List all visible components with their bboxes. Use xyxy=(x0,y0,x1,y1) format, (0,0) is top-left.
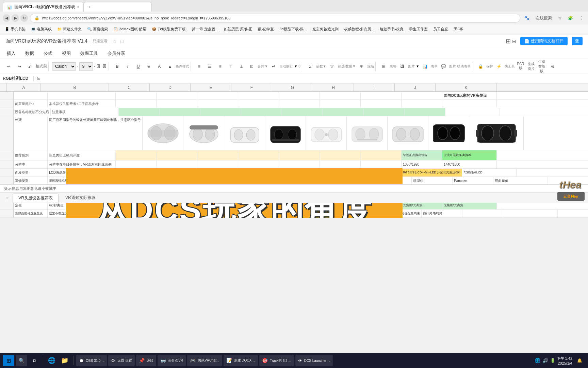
cell-6d[interactable] xyxy=(157,160,197,168)
taskbar-app-settings[interactable]: ⚙ 设置 设置 xyxy=(108,355,135,366)
view-toggle-icon[interactable]: ⊞ xyxy=(506,37,511,45)
cell-3b[interactable]: 注意事项 xyxy=(51,108,119,116)
align-top-btn[interactable]: ⊤ xyxy=(226,62,235,71)
align-right-btn[interactable]: ≡ xyxy=(215,62,225,71)
address-bar[interactable]: 🔒 https://docs.qq.com/sheet/DVnhrdEVyZWx… xyxy=(30,14,520,22)
cell-2h[interactable] xyxy=(320,100,361,108)
cell-2f[interactable] xyxy=(238,100,279,108)
cell-3f[interactable] xyxy=(241,108,282,116)
cell-1e[interactable] xyxy=(197,92,238,99)
cell-1a[interactable] xyxy=(14,92,48,99)
bookmark-san[interactable]: 散-亿学宝 xyxy=(256,26,276,32)
taskbar-app-buyvr[interactable]: 🥽 买什么VR xyxy=(158,355,186,366)
font-size-select[interactable]: 9 xyxy=(79,62,93,71)
align-middle-btn[interactable]: ⊥ xyxy=(236,62,246,71)
cell-5h[interactable] xyxy=(320,150,361,160)
back-button[interactable]: ◀ xyxy=(3,14,10,22)
menu-view[interactable]: 视图 xyxy=(61,50,72,57)
open-tencent-btn[interactable]: 📄 使用腾讯文档打开 xyxy=(520,37,568,45)
bookmark-3d-dl[interactable]: 3d模型下载-偶... xyxy=(277,26,309,32)
strikethrough-btn[interactable]: S̶ xyxy=(144,62,153,71)
image-dropdown[interactable]: ▼ xyxy=(416,64,419,68)
star-icon[interactable]: ☆ xyxy=(113,39,117,44)
cell-8a[interactable]: 透镜类型 xyxy=(14,177,48,185)
cell-4f[interactable] xyxy=(265,116,306,150)
bookmark-auth[interactable]: 权威教程-多次历... xyxy=(342,26,377,32)
taskbar-app-required[interactable]: 📌 必须 xyxy=(136,355,156,366)
cell-3k[interactable] xyxy=(445,108,500,116)
cell-1g[interactable] xyxy=(279,92,320,99)
freeze-btn[interactable]: ❄ xyxy=(357,62,366,71)
cell-6i[interactable] xyxy=(361,160,402,168)
cell-8k[interactable]: 双曲差值 xyxy=(493,177,548,185)
new-tab-btn[interactable]: + xyxy=(84,2,152,12)
cell-2i[interactable] xyxy=(361,100,402,108)
extensions-icon[interactable]: 🧩 xyxy=(566,15,575,21)
insert-image-btn[interactable]: 🖼 xyxy=(397,62,407,71)
cell-3i[interactable] xyxy=(364,108,405,116)
cell-12k[interactable] xyxy=(503,210,558,217)
cell-4b[interactable]: 同厂商不同型号的设备外观差差可能因此制作，注意区分型号 xyxy=(48,116,143,150)
cell-5b[interactable]: 新鱼类出上级别评度 xyxy=(48,150,116,160)
cell-5a[interactable]: 推荐级别 xyxy=(14,150,48,160)
cell-3d[interactable] xyxy=(160,108,200,116)
cell-7k[interactable]: RGB排列LCD xyxy=(462,169,517,177)
cell-4g[interactable] xyxy=(306,116,347,150)
cell-4h[interactable] xyxy=(347,116,388,150)
undo-btn[interactable]: ↩ xyxy=(4,62,14,71)
menu-member-share[interactable]: 会员分享 xyxy=(106,50,127,57)
cell-5e[interactable] xyxy=(197,150,238,160)
active-tab[interactable]: 📊 面向VRChat玩家的VR设备推荐表 × xyxy=(3,2,84,12)
cell-5d[interactable] xyxy=(157,150,197,160)
cell-8i[interactable]: 菲涅尔 xyxy=(412,177,453,185)
cell-12i[interactable]: 前计局 略约局 xyxy=(422,210,462,217)
cell-1d[interactable] xyxy=(157,92,197,99)
comment-btn[interactable]: 💬 xyxy=(439,62,448,71)
sheet-tab-vr-notify[interactable]: VR通知实际推荐 xyxy=(60,194,101,202)
cell-3h[interactable] xyxy=(323,108,364,116)
paint-format-btn[interactable]: 🖌 xyxy=(25,62,35,71)
cell-6e[interactable] xyxy=(197,160,238,168)
cell-6f[interactable] xyxy=(238,160,279,168)
underline-btn[interactable]: U xyxy=(133,62,143,71)
cell-6g[interactable] xyxy=(279,160,320,168)
taskbar-app-obs[interactable]: ⏺ OBS 31.0 ... xyxy=(76,355,107,366)
cell-1i[interactable] xyxy=(361,92,402,99)
quick-tools-btn[interactable]: ⚡ xyxy=(494,62,504,71)
notification-btn[interactable]: 🔔 xyxy=(574,355,585,366)
cell-5c[interactable] xyxy=(116,150,157,160)
bookmark-light[interactable]: 光忘何被遮光则 xyxy=(310,26,341,32)
cell-3g[interactable] xyxy=(282,108,323,116)
redo-btn[interactable]: ↪ xyxy=(15,62,24,71)
fill-color-btn[interactable]: ▲ xyxy=(165,62,175,71)
cell-2b[interactable]: 本推荐仅供消费者+二手商品参考 xyxy=(48,100,116,108)
cell-2a[interactable]: 前置量部分： xyxy=(14,100,48,108)
cell-1b[interactable] xyxy=(48,92,116,99)
cell-1f[interactable] xyxy=(238,92,279,99)
bookmark-ruen[interactable]: 如初恩恩 原版-图 xyxy=(222,26,255,32)
taskbar-clock[interactable]: 下午 1:42 2025/1/4 xyxy=(557,356,572,365)
cell-2e[interactable] xyxy=(197,100,238,108)
font-decrease-btn[interactable]: 田 xyxy=(102,63,107,70)
italic-btn[interactable]: I xyxy=(123,62,132,71)
taskbar-explorer-icon[interactable]: 📁 xyxy=(59,355,70,366)
bookmark-3d1[interactable]: 📋 3dMax图纸·贴层 xyxy=(111,26,148,32)
bold-btn[interactable]: B xyxy=(112,62,122,71)
add-sheet-btn[interactable]: + xyxy=(3,195,11,201)
cell-3a[interactable]: 设备名称按帧不分先后 xyxy=(14,108,51,116)
bookmark-hand[interactable]: 给差手书-改良 xyxy=(378,26,406,32)
menu-formula[interactable]: 公式 xyxy=(42,50,54,57)
cell-2k[interactable] xyxy=(442,100,497,108)
ai-gen-btn[interactable]: 生成页片 xyxy=(526,62,536,71)
taskbar-app-dcs[interactable]: ✈ DCS Launcher ... xyxy=(295,355,333,366)
menu-icon[interactable]: ⋮ xyxy=(577,15,585,21)
ai-smart-btn[interactable]: 生成智能版 xyxy=(537,62,546,71)
cell-5g[interactable] xyxy=(279,150,320,160)
cell-4c[interactable] xyxy=(143,116,183,150)
protect-btn[interactable]: 🔒 xyxy=(476,62,485,71)
insert-table-btn[interactable]: ⊞ xyxy=(379,62,389,71)
sum-btn[interactable]: Σ xyxy=(306,62,315,71)
menu-data[interactable]: 数据 xyxy=(24,50,35,57)
blue-action-btn[interactable]: 蓝 xyxy=(572,37,583,45)
cell-4j[interactable] xyxy=(428,116,469,150)
